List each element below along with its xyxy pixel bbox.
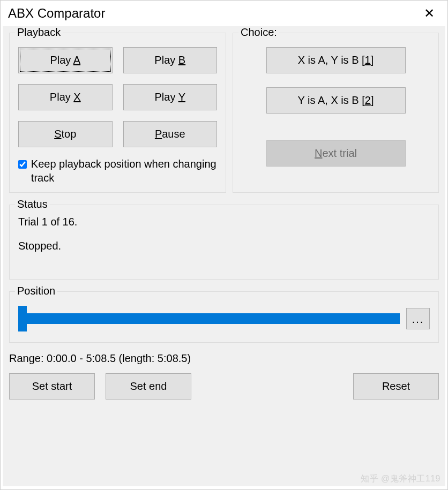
- choice-yisa-button[interactable]: Y is A, X is B [2]: [266, 87, 406, 114]
- reset-button[interactable]: Reset: [353, 373, 439, 399]
- choice-legend: Choice:: [238, 26, 279, 39]
- play-a-button[interactable]: Play A: [18, 47, 113, 73]
- pause-button[interactable]: Pause: [123, 121, 218, 147]
- stop-button[interactable]: Stop: [18, 121, 113, 147]
- play-y-button[interactable]: Play Y: [123, 84, 218, 110]
- playback-legend: Playback: [15, 26, 63, 39]
- status-group: Status Trial 1 of 16. Stopped.: [9, 205, 439, 280]
- choice-xisa-button[interactable]: X is A, Y is B [1]: [266, 47, 406, 73]
- window-title: ABX Comparator: [8, 6, 105, 21]
- set-end-button[interactable]: Set end: [106, 373, 191, 399]
- playback-group: Playback Play A Play B Play X Play Y Sto…: [9, 33, 226, 193]
- range-label: Range: 0:00.0 - 5:08.5 (length: 5:08.5): [9, 352, 439, 365]
- next-trial-button: Next trial: [266, 140, 406, 167]
- keep-position-checkbox[interactable]: [18, 160, 27, 169]
- play-b-button[interactable]: Play B: [123, 47, 218, 73]
- status-legend: Status: [15, 198, 50, 210]
- close-icon[interactable]: ✕: [421, 6, 438, 21]
- set-start-button[interactable]: Set start: [9, 373, 95, 399]
- position-slider[interactable]: [18, 306, 400, 331]
- position-more-button[interactable]: ...: [406, 308, 430, 329]
- keep-position-label[interactable]: Keep playback position when changing tra…: [31, 157, 217, 185]
- status-trial: Trial 1 of 16.: [18, 216, 430, 228]
- status-state: Stopped.: [18, 240, 430, 252]
- choice-group: Choice: X is A, Y is B [1] Y is A, X is …: [233, 33, 439, 193]
- position-group: Position ...: [9, 291, 439, 343]
- position-legend: Position: [15, 285, 57, 297]
- play-x-button[interactable]: Play X: [18, 84, 113, 110]
